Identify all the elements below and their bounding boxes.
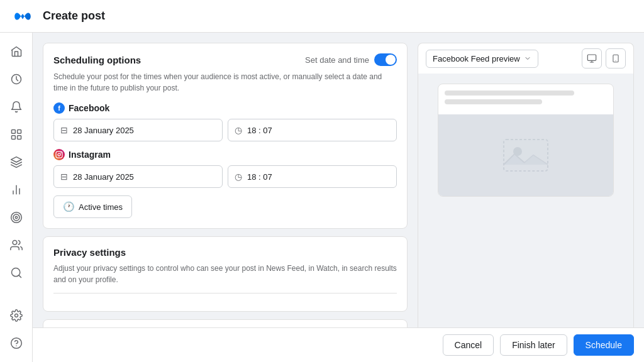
preview-header: Facebook Feed preview <box>418 43 634 74</box>
facebook-icon: f <box>53 102 65 114</box>
sidebar-item-chart[interactable] <box>5 178 28 201</box>
sidebar-item-bell[interactable] <box>5 96 28 118</box>
privacy-description: Adjust your privacy settings to control … <box>53 263 397 285</box>
preview-icons <box>582 48 626 69</box>
svg-rect-25 <box>504 140 548 171</box>
set-date-row: Set date and time <box>305 53 397 66</box>
preview-dropdown-button[interactable]: Facebook Feed preview <box>426 50 538 68</box>
calendar-icon: ⊟ <box>60 125 68 135</box>
svg-point-12 <box>13 241 17 245</box>
instagram-section: Instagram ⊟ 28 January 2025 ◷ 18 : 07 <box>53 149 397 188</box>
preview-line-2 <box>445 99 542 104</box>
content-area: Scheduling options Set date and time Sch… <box>33 33 644 362</box>
image-placeholder-icon <box>501 136 551 174</box>
svg-line-14 <box>18 275 21 278</box>
svg-rect-23 <box>613 55 618 62</box>
instagram-label: Instagram <box>53 149 397 160</box>
scheduling-description: Schedule your post for the times when yo… <box>53 71 397 94</box>
preview-dropdown-label: Facebook Feed preview <box>433 54 520 63</box>
privacy-header: Privacy settings <box>53 247 397 258</box>
facebook-time-value: 18 : 07 <box>247 126 272 135</box>
facebook-date-input[interactable]: ⊟ 28 January 2025 <box>53 119 223 141</box>
instagram-time-value: 18 : 07 <box>247 172 272 182</box>
facebook-time-input[interactable]: ◷ 18 : 07 <box>228 119 397 141</box>
active-times-icon: 🕐 <box>63 201 75 212</box>
svg-point-10 <box>13 214 19 221</box>
instagram-date-input[interactable]: ⊟ 28 January 2025 <box>53 165 223 188</box>
svg-rect-1 <box>11 130 15 134</box>
active-times-button[interactable]: 🕐 Active times <box>53 195 132 218</box>
left-panel: Scheduling options Set date and time Sch… <box>43 43 408 352</box>
bottom-actions: Cancel Finish later Schedule <box>33 327 644 362</box>
privacy-divider <box>53 293 397 293</box>
scheduling-header: Scheduling options Set date and time <box>53 53 397 66</box>
svg-marker-5 <box>11 157 21 162</box>
sidebar-item-target[interactable] <box>5 206 28 229</box>
facebook-date-time-row: ⊟ 28 January 2025 ◷ 18 : 07 <box>53 119 397 141</box>
svg-rect-4 <box>17 136 21 140</box>
clock-icon-ig: ◷ <box>235 172 242 182</box>
sidebar-item-clock[interactable] <box>5 68 28 90</box>
top-bar: Create post <box>0 0 644 33</box>
chevron-down-icon <box>524 55 531 62</box>
svg-point-16 <box>11 338 21 349</box>
calendar-icon-ig: ⊟ <box>60 172 68 182</box>
privacy-card: Privacy settings Adjust your privacy set… <box>43 236 408 312</box>
finish-later-button[interactable]: Finish later <box>500 334 567 356</box>
mobile-icon <box>611 53 620 63</box>
privacy-title: Privacy settings <box>53 247 126 258</box>
svg-point-15 <box>14 314 18 317</box>
svg-rect-17 <box>56 151 62 158</box>
facebook-section: f Facebook ⊟ 28 January 2025 ◷ 18 : 07 <box>53 102 397 141</box>
instagram-date-value: 28 January 2025 <box>73 172 134 182</box>
svg-point-19 <box>61 153 62 153</box>
page-title: Create post <box>43 9 105 23</box>
sidebar-item-help[interactable] <box>5 332 28 354</box>
clock-icon: ◷ <box>235 125 242 135</box>
sidebar-item-grid[interactable] <box>5 123 28 146</box>
set-date-toggle[interactable] <box>374 53 397 66</box>
svg-point-18 <box>58 153 60 156</box>
facebook-date-value: 28 January 2025 <box>73 126 134 135</box>
set-date-label: Set date and time <box>305 55 369 65</box>
svg-rect-2 <box>17 130 21 134</box>
preview-card-header <box>438 84 613 114</box>
desktop-preview-button[interactable] <box>582 48 602 69</box>
active-times-label: Active times <box>79 202 123 212</box>
instagram-time-input[interactable]: ◷ 18 : 07 <box>228 165 397 188</box>
sidebar-item-search[interactable] <box>5 261 28 284</box>
facebook-label: f Facebook <box>53 102 397 114</box>
instagram-date-time-row: ⊟ 28 January 2025 ◷ 18 : 07 <box>53 165 397 188</box>
sidebar-item-home[interactable] <box>5 40 28 63</box>
svg-point-11 <box>15 216 17 218</box>
facebook-label-text: Facebook <box>69 103 109 113</box>
sidebar-item-layers[interactable] <box>5 151 28 173</box>
preview-body <box>418 74 634 352</box>
sidebar-item-settings[interactable] <box>5 304 28 327</box>
scheduling-card: Scheduling options Set date and time Sch… <box>43 43 408 229</box>
svg-rect-20 <box>587 55 596 60</box>
instagram-icon <box>53 149 65 160</box>
scheduling-title: Scheduling options <box>53 55 141 65</box>
sidebar-item-users[interactable] <box>5 234 28 256</box>
mobile-preview-button[interactable] <box>606 48 626 69</box>
sidebar <box>0 33 33 362</box>
svg-rect-3 <box>11 136 15 140</box>
schedule-button[interactable]: Schedule <box>574 334 634 356</box>
right-panel: Facebook Feed preview <box>418 43 634 352</box>
preview-image-placeholder <box>438 114 613 196</box>
desktop-icon <box>587 53 597 63</box>
svg-point-9 <box>11 212 21 223</box>
preview-line-1 <box>445 90 574 96</box>
instagram-label-text: Instagram <box>69 150 111 160</box>
preview-card <box>438 84 614 197</box>
meta-logo <box>13 6 33 26</box>
cancel-button[interactable]: Cancel <box>443 334 494 356</box>
